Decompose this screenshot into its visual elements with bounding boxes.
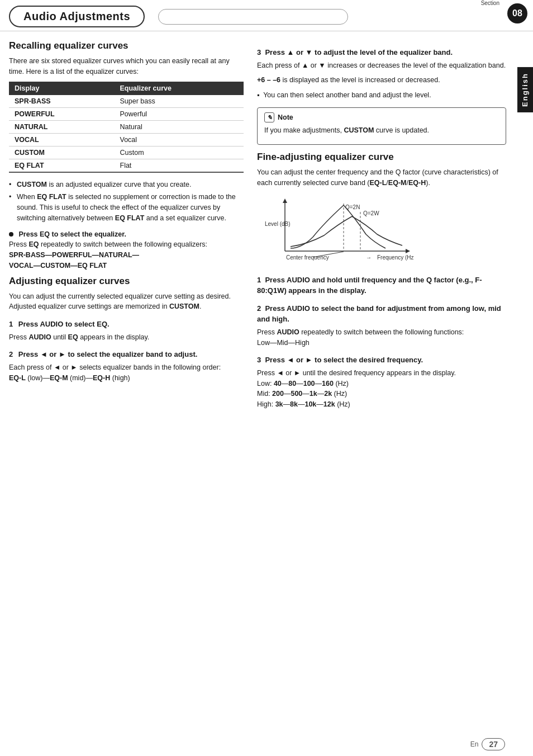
eq-curve-cell: Powerful [115,107,244,120]
section-label: Section [481,0,499,6]
eq-display-cell: CUSTOM [9,146,115,159]
page-number: 27 [482,738,505,750]
svg-text:→: → [366,254,372,261]
recalling-intro: There are six stored equalizer curves wh… [9,56,244,77]
eq-curve-cell: Flat [115,159,244,172]
step1-heading: 1 Press AUDIO to select EQ. [9,319,244,330]
step3-adj-body3: ▪ You can then select another band and a… [257,90,506,101]
fine-step3-body: Press ◄ or ► until the desired frequency… [257,368,506,410]
eq-curve-cell: Super bass [115,95,244,108]
fine-step1-heading: 1 Press AUDIO and hold until frequency a… [257,275,506,296]
table-row: VOCALVocal [9,133,244,146]
bullet-eqflat: When EQ FLAT is selected no supplement o… [9,192,244,223]
step2-num: 2 [9,350,13,358]
right-column: 3 Press ▲ or ▼ to adjust the level of th… [257,40,506,414]
note-title: ✎ Note [264,112,499,123]
table-row: POWERFULPowerful [9,107,244,120]
table-row: EQ FLATFlat [9,159,244,172]
breadcrumb [158,9,348,25]
svg-marker-3 [406,249,410,253]
svg-text:Q=2N: Q=2N [345,204,360,210]
left-column: Recalling equalizer curves There are six… [9,40,244,414]
svg-text:Q=2W: Q=2W [363,210,379,216]
adjusting-section: Adjusting equalizer curves You can adjus… [9,276,244,384]
step3-adj-body2: +6 – –6 is displayed as the level is inc… [257,75,506,86]
recalling-bullets: CUSTOM is an adjusted equalizer curve th… [9,179,244,224]
page-title: Audio Adjustments [9,6,145,27]
col-display: Display [9,82,115,95]
note-body: If you make adjustments, CUSTOM curve is… [264,125,499,136]
fine-adjusting-title: Fine-adjusting equalizer curve [257,152,506,163]
page-header: Audio Adjustments Section 08 [0,0,533,31]
language-label: English [517,67,533,112]
eq-curve-cell: Vocal [115,133,244,146]
svg-text:Level (dB): Level (dB) [265,221,291,227]
circle-bullet-icon [9,232,13,237]
main-content: Recalling equalizer curves There are six… [0,31,533,423]
step1-num: 1 [9,320,13,328]
table-row: CUSTOMCustom [9,146,244,159]
step2-body: Each press of ◄ or ► selects equalizer b… [9,362,244,384]
step1-body: Press AUDIO until EQ appears in the disp… [9,332,244,343]
note-box: ✎ Note If you make adjustments, CUSTOM c… [257,107,506,145]
note-icon: ✎ [264,112,274,122]
eq-table: Display Equalizer curve SPR-BASSSuper ba… [9,82,244,173]
fine-step2-heading: 2 Press AUDIO to select the band for adj… [257,303,506,325]
eq-curve-cell: Custom [115,146,244,159]
eq-display-cell: SPR-BASS [9,95,115,108]
svg-text:Frequency (Hz): Frequency (Hz) [377,254,413,261]
adjusting-intro: You can adjust the currently selected eq… [9,291,244,313]
adjusting-title: Adjusting equalizer curves [9,276,244,287]
eq-display-cell: VOCAL [9,133,115,146]
eq-chart: Level (dB) Center frequency → Frequency … [257,195,413,268]
fine-step2-body: Press AUDIO repeatedly to switch between… [257,327,506,348]
eq-display-cell: NATURAL [9,120,115,133]
note-label: Note [278,112,293,123]
fine-step3-heading: 3 Press ◄ or ► to select the desired fre… [257,355,506,366]
step-press-eq: Press EQ to select the equalizer. Press … [9,229,244,271]
step2-heading: 2 Press ◄ or ► to select the equalizer b… [9,349,244,360]
step3-adj-heading: 3 Press ▲ or ▼ to adjust the level of th… [257,47,506,58]
en-label: En [470,740,479,748]
fine-adjusting-intro: You can adjust the center frequency and … [257,167,506,188]
table-row: SPR-BASSSuper bass [9,95,244,108]
svg-marker-2 [283,199,287,203]
fine-adjusting-section: Fine-adjusting equalizer curve You can a… [257,152,506,410]
bullet-custom: CUSTOM is an adjusted equalizer curve th… [9,179,244,190]
col-curve: Equalizer curve [115,82,244,95]
table-row: NATURALNatural [9,120,244,133]
eq-chart-svg: Level (dB) Center frequency → Frequency … [257,195,413,268]
eq-display-cell: POWERFUL [9,107,115,120]
recalling-title: Recalling equalizer curves [9,40,244,51]
recalling-section: Recalling equalizer curves There are six… [9,40,244,271]
page-footer: En 27 [470,738,505,750]
eq-display-cell: EQ FLAT [9,159,115,172]
eq-curve-cell: Natural [115,120,244,133]
step3-adj-body1: Each press of ▲ or ▼ increases or decrea… [257,60,506,71]
section-number: 08 [507,3,527,23]
